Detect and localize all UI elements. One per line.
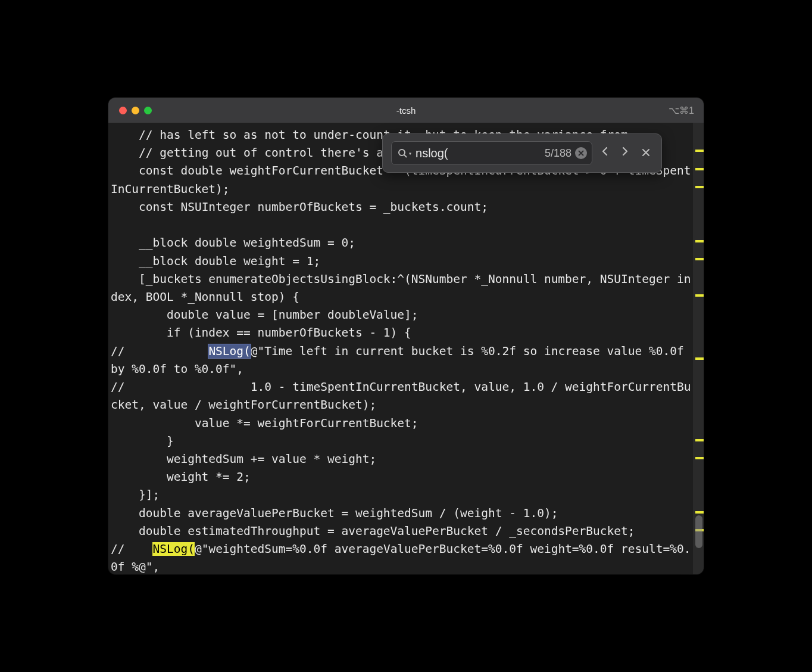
terminal-content[interactable]: // has left so as not to under-count it,…	[108, 123, 704, 574]
code-area[interactable]: // has left so as not to under-count it,…	[108, 123, 693, 574]
minimap-mark	[695, 439, 704, 441]
maximize-button[interactable]	[144, 107, 152, 114]
search-icon	[398, 148, 407, 158]
terminal-window: -tcsh ⌥⌘1 // has left so as not to under…	[108, 98, 704, 574]
window-shortcut-label: ⌥⌘1	[669, 105, 694, 116]
chevron-down-icon[interactable]: ▾	[408, 150, 412, 157]
traffic-lights	[108, 107, 152, 114]
find-previous-button[interactable]	[597, 143, 613, 163]
window-title: -tcsh	[108, 105, 704, 116]
code-text: @"weightedSum=%0.0f averageValuePerBucke…	[111, 542, 691, 574]
minimap-mark	[695, 294, 704, 297]
clear-search-button[interactable]	[575, 147, 587, 159]
find-next-button[interactable]	[617, 143, 633, 163]
search-match-current: NSLog(	[208, 344, 250, 358]
find-count-label: 5/188	[545, 147, 571, 160]
minimap-mark	[695, 258, 704, 260]
minimize-button[interactable]	[132, 107, 139, 114]
minimap-mark	[695, 168, 704, 170]
find-input[interactable]: nslog(	[416, 147, 541, 160]
find-bar: ▾ nslog( 5/188	[382, 133, 662, 173]
svg-line-1	[404, 155, 407, 157]
minimap-mark	[695, 240, 704, 242]
scrollbar-thumb[interactable]	[695, 515, 702, 548]
minimap-mark	[695, 511, 704, 514]
close-find-button[interactable]	[638, 143, 654, 163]
minimap-gutter[interactable]	[693, 123, 704, 574]
minimap-mark	[695, 150, 704, 152]
svg-point-0	[399, 150, 405, 155]
minimap-mark	[695, 186, 704, 188]
search-match: NSLog(	[152, 542, 194, 556]
close-button[interactable]	[119, 107, 127, 114]
titlebar[interactable]: -tcsh ⌥⌘1	[108, 98, 704, 123]
minimap-mark	[695, 457, 704, 459]
find-field[interactable]: ▾ nslog( 5/188	[391, 141, 592, 165]
code-text: @"Time left in current bucket is %0.2f s…	[111, 344, 691, 556]
minimap-mark	[695, 357, 704, 360]
